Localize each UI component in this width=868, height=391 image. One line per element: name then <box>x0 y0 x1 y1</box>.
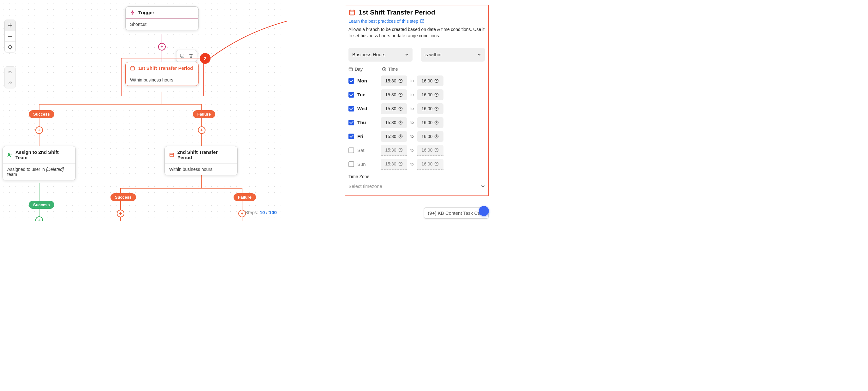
copy-icon <box>180 53 185 58</box>
day-row-sun: Sun15:30 to16:00 <box>348 159 485 170</box>
svg-point-20 <box>352 13 353 13</box>
svg-rect-13 <box>180 54 183 57</box>
day-name: Mon <box>357 78 377 83</box>
node-assign-team[interactable]: Assign to 2nd Shift Team Assigned to use… <box>2 146 76 180</box>
crosshair-icon <box>7 44 12 50</box>
node-assign-title: Assign to 2nd Shift Team <box>16 149 71 160</box>
branch-pill-success[interactable]: Success <box>111 193 136 201</box>
node-actions-toolbar <box>176 50 197 62</box>
day-checkbox[interactable] <box>348 148 354 153</box>
condition-operator-select[interactable]: is within <box>421 48 485 62</box>
time-from-input[interactable]: 15:30 <box>381 76 407 86</box>
time-to-input[interactable]: 16:00 <box>417 131 443 142</box>
time-from-input[interactable]: 15:30 <box>381 117 407 128</box>
timezone-select[interactable]: Select timezone <box>348 182 485 191</box>
add-step-button[interactable]: + <box>198 126 206 134</box>
time-to-input[interactable]: 16:00 <box>417 159 443 170</box>
day-name: Tue <box>357 92 377 97</box>
workflow-canvas[interactable]: Trigger Shortcut + 2 1st Shift Transfer … <box>0 0 287 221</box>
learn-best-practices-link[interactable]: Learn the best practices of this step <box>348 19 425 24</box>
branch-pill-success[interactable]: Success <box>29 110 54 118</box>
clock-small-icon <box>382 67 386 71</box>
redo-icon <box>7 80 12 85</box>
redo-button[interactable] <box>5 78 16 88</box>
day-row-sat: Sat15:30 to16:00 <box>348 145 485 156</box>
branch-pill-success[interactable]: Success <box>29 201 54 209</box>
day-row-tue: Tue15:30 to16:00 <box>348 89 485 100</box>
clock-icon <box>398 134 403 139</box>
time-from-input[interactable]: 15:30 <box>381 103 407 114</box>
clock-icon <box>434 107 439 111</box>
day-checkbox[interactable] <box>348 106 354 112</box>
svg-point-11 <box>8 46 12 49</box>
lightning-icon <box>130 10 135 15</box>
history-toolbar <box>4 66 16 88</box>
day-checkbox[interactable] <box>348 161 354 167</box>
panel-title: 1st Shift Transfer Period <box>348 8 485 16</box>
kb-task-card-label: (9+) KB Content Task Card <box>428 210 485 216</box>
branch-pill-failure[interactable]: Failure <box>234 193 256 201</box>
to-label: to <box>410 78 414 83</box>
svg-point-18 <box>350 13 351 13</box>
time-from-input[interactable]: 15:30 <box>381 159 407 170</box>
timezone-label: Time Zone <box>348 174 485 179</box>
day-checkbox[interactable] <box>348 133 354 139</box>
calendar-small-icon <box>348 67 353 71</box>
delete-node-button[interactable] <box>187 52 195 60</box>
condition-type-select[interactable]: Business Hours <box>348 48 412 62</box>
add-step-button[interactable]: + <box>158 43 166 51</box>
day-checkbox[interactable] <box>348 92 354 98</box>
chevron-down-icon <box>477 53 481 57</box>
chevron-down-icon <box>405 53 409 57</box>
time-to-input[interactable]: 16:00 <box>417 117 443 128</box>
node-period1-body: Within business hours <box>130 78 173 83</box>
calendar-icon <box>348 9 355 16</box>
day-time-headers: Day Time <box>348 67 485 72</box>
to-label: to <box>410 162 414 167</box>
time-to-input[interactable]: 16:00 <box>417 145 443 156</box>
to-label: to <box>410 106 414 111</box>
add-step-button[interactable]: + <box>35 216 43 221</box>
to-label: to <box>410 148 414 153</box>
add-step-button[interactable]: + <box>35 126 43 134</box>
clock-icon <box>398 120 403 125</box>
step-config-panel: 1st Shift Transfer Period Learn the best… <box>345 5 489 196</box>
center-canvas-button[interactable] <box>5 41 16 52</box>
day-name: Wed <box>357 106 377 111</box>
undo-button[interactable] <box>5 67 16 78</box>
node-shift-period-1[interactable]: 1st Shift Transfer Period Within busines… <box>125 62 198 86</box>
time-to-input[interactable]: 16:00 <box>417 89 443 100</box>
branch-pill-failure[interactable]: Failure <box>193 110 215 118</box>
zoom-out-button[interactable] <box>5 31 16 41</box>
time-from-input[interactable]: 15:30 <box>381 131 407 142</box>
clock-icon <box>398 162 403 166</box>
clock-icon <box>398 93 403 97</box>
copy-node-button[interactable] <box>178 52 187 60</box>
clock-icon <box>434 148 439 152</box>
node-shift-period-2[interactable]: 2nd Shift Transfer Period Within busines… <box>164 146 238 175</box>
node-trigger-body: Shortcut <box>130 22 147 27</box>
svg-point-15 <box>8 153 10 155</box>
plus-icon <box>8 23 12 28</box>
node-period1-title: 1st Shift Transfer Period <box>138 65 193 71</box>
day-checkbox[interactable] <box>348 78 354 84</box>
day-checkbox[interactable] <box>348 120 354 125</box>
clock-icon <box>398 148 403 152</box>
clock-icon <box>434 93 439 97</box>
zoom-in-button[interactable] <box>5 20 16 31</box>
svg-rect-14 <box>131 67 134 70</box>
time-to-input[interactable]: 16:00 <box>417 103 443 114</box>
chat-bubble-icon <box>479 206 489 216</box>
kb-task-card[interactable]: (9+) KB Content Task Card <box>424 208 489 218</box>
node-trigger[interactable]: Trigger Shortcut <box>125 6 198 30</box>
calendar-icon <box>130 66 135 71</box>
day-row-mon: Mon15:30 to16:00 <box>348 76 485 86</box>
svg-point-19 <box>352 13 352 13</box>
time-from-input[interactable]: 15:30 <box>381 145 407 156</box>
clock-icon <box>434 79 439 83</box>
minus-icon <box>8 34 12 38</box>
time-to-input[interactable]: 16:00 <box>417 76 443 86</box>
day-row-thu: Thu15:30 to16:00 <box>348 117 485 128</box>
time-from-input[interactable]: 15:30 <box>381 89 407 100</box>
add-step-button[interactable]: + <box>117 210 124 217</box>
